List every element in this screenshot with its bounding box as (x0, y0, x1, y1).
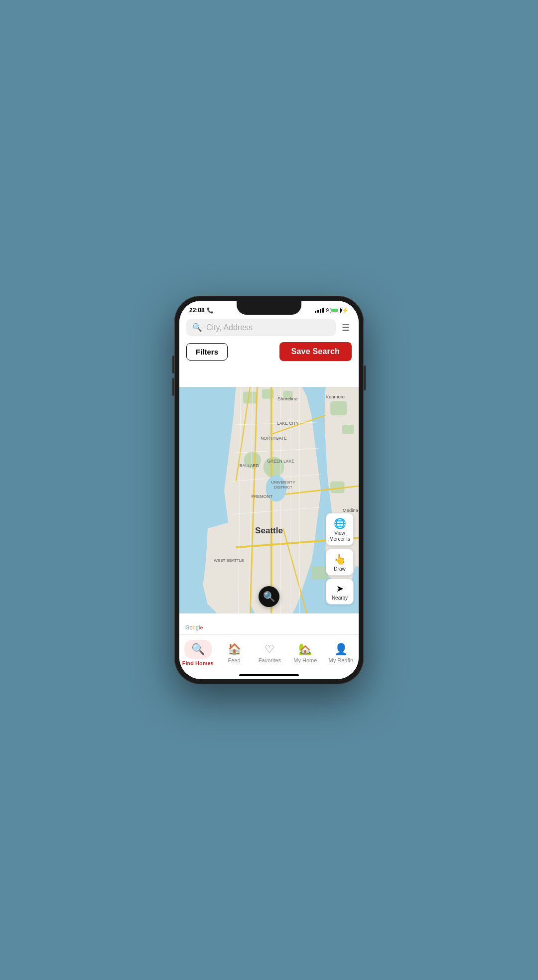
draw-icon: 👆 (334, 553, 346, 565)
favorites-icon: ♡ (265, 643, 274, 656)
nav-find-homes[interactable]: 🔍 Find Homes (182, 640, 214, 666)
nearby-icon: ➤ (336, 583, 344, 594)
feed-icon: 🏠 (228, 643, 241, 656)
draw-button[interactable]: 👆 Draw (326, 549, 354, 576)
svg-text:FREMONT: FREMONT (252, 494, 272, 499)
nav-feed[interactable]: 🏠 Feed (219, 643, 249, 663)
filters-button[interactable]: Filters (186, 343, 228, 361)
globe-icon: 🌐 (334, 517, 346, 529)
find-homes-icon: 🔍 (191, 643, 205, 655)
status-bar: 22:08 📞 9 ⚡ (179, 301, 359, 316)
bottom-nav: 🔍 Find Homes 🏠 Feed ♡ Favorites 🏡 My Hom… (179, 634, 359, 674)
svg-text:DISTRICT: DISTRICT (274, 485, 292, 490)
favorites-label: Favorites (259, 657, 281, 663)
find-homes-bg: 🔍 (184, 640, 212, 659)
svg-text:UNIVERSITY: UNIVERSITY (271, 480, 295, 485)
search-input[interactable]: City, Address (206, 323, 253, 332)
svg-text:Seattle: Seattle (255, 526, 283, 535)
my-redfin-icon: 👤 (334, 643, 348, 656)
google-g: G (185, 624, 190, 630)
my-redfin-label: My Redfin (329, 657, 354, 663)
google-e: e (200, 624, 203, 630)
nav-my-home[interactable]: 🏡 My Home (290, 643, 320, 663)
nav-my-redfin[interactable]: 👤 My Redfin (326, 643, 356, 663)
battery-level: 9 (326, 308, 329, 313)
time-display: 22:08 (189, 307, 205, 314)
svg-text:Shoreline: Shoreline (277, 396, 297, 401)
signal-bar-2 (317, 310, 319, 313)
charging-icon: ⚡ (342, 307, 349, 314)
svg-text:LAKE CITY: LAKE CITY (277, 421, 299, 426)
svg-text:BALLARD: BALLARD (240, 463, 259, 468)
svg-rect-1 (243, 392, 257, 404)
map-container[interactable]: Shoreline Kenmore LAKE CITY NORTHGATE BA… (179, 366, 359, 634)
signal-bar-1 (315, 311, 316, 313)
search-bar-area: 🔍 City, Address ☰ (179, 316, 359, 339)
battery-body (330, 308, 341, 313)
nearby-label: Nearby (332, 595, 348, 601)
volume-up-button[interactable] (172, 356, 174, 373)
phone-frame: 22:08 📞 9 ⚡ (174, 296, 364, 684)
status-icons: 9 ⚡ (315, 307, 349, 314)
map-controls: 🌐 ViewMercer Is 👆 Draw ➤ Nearby (326, 513, 354, 605)
power-button[interactable] (364, 366, 366, 390)
my-home-icon: 🏡 (298, 643, 312, 656)
svg-text:GREEN LAKE: GREEN LAKE (267, 459, 294, 464)
nearby-button[interactable]: ➤ Nearby (326, 579, 354, 605)
draw-label: Draw (334, 566, 345, 572)
menu-icon[interactable]: ☰ (340, 320, 352, 335)
feed-label: Feed (228, 657, 241, 663)
view-mercer-label: ViewMercer Is (329, 530, 350, 542)
google-logo: G o o g l e (185, 624, 203, 630)
home-indicator (239, 674, 299, 676)
view-mercer-button[interactable]: 🌐 ViewMercer Is (326, 513, 354, 546)
phone-screen: 22:08 📞 9 ⚡ (179, 301, 359, 679)
my-home-label: My Home (293, 657, 317, 663)
signal-bar-4 (322, 308, 324, 313)
phone-icon: 📞 (207, 307, 214, 314)
svg-text:NORTHGATE: NORTHGATE (261, 436, 287, 441)
volume-down-button[interactable] (172, 378, 174, 396)
status-time: 22:08 📞 (189, 307, 214, 314)
save-search-button[interactable]: Save Search (279, 342, 352, 361)
signal-icon (315, 308, 324, 313)
find-homes-label: Find Homes (182, 660, 214, 666)
svg-text:WEST SEATTLE: WEST SEATTLE (214, 558, 244, 563)
map-search-pin[interactable]: 🔍 (259, 586, 279, 607)
svg-rect-4 (330, 401, 347, 415)
notch (237, 301, 301, 315)
map-search-icon: 🔍 (263, 591, 275, 603)
search-input-wrapper[interactable]: 🔍 City, Address (186, 319, 336, 336)
filter-bar: Filters Save Search (179, 339, 359, 366)
battery-icon: 9 ⚡ (326, 307, 349, 314)
search-icon: 🔍 (192, 323, 202, 332)
svg-rect-5 (342, 425, 354, 434)
svg-text:Medina: Medina (343, 507, 359, 513)
signal-bar-3 (320, 309, 321, 313)
svg-text:Kenmore: Kenmore (326, 394, 345, 399)
nav-favorites[interactable]: ♡ Favorites (255, 643, 284, 663)
battery-fill (331, 309, 338, 312)
